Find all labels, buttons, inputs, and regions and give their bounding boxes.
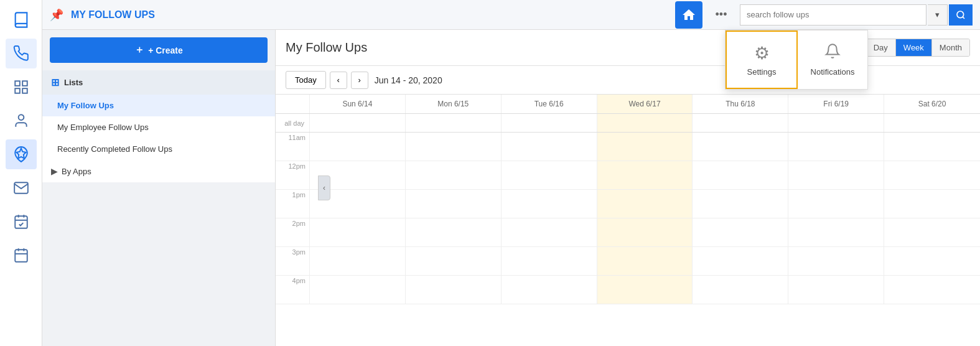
cell-2pm-tue[interactable] bbox=[502, 218, 597, 246]
week-view-button[interactable]: Week bbox=[896, 39, 932, 56]
cell-1pm-fri[interactable] bbox=[788, 190, 884, 218]
home-button[interactable] bbox=[675, 1, 702, 29]
cell-2pm-thu[interactable] bbox=[693, 218, 788, 246]
cell-3pm-wed[interactable] bbox=[597, 247, 693, 275]
cell-11am-thu[interactable] bbox=[693, 133, 788, 161]
cell-4pm-thu[interactable] bbox=[693, 276, 788, 304]
time-label-12pm: 12pm bbox=[276, 161, 310, 189]
cell-1pm-thu[interactable] bbox=[693, 190, 788, 218]
cell-3pm-fri[interactable] bbox=[788, 247, 884, 275]
cell-12pm-mon[interactable] bbox=[406, 161, 502, 189]
nav-person-icon[interactable] bbox=[6, 106, 37, 136]
cell-4pm-tue[interactable] bbox=[502, 276, 597, 304]
cell-2pm-sun[interactable] bbox=[310, 218, 406, 246]
nav-calendar-check-icon[interactable] bbox=[6, 207, 37, 236]
lists-section-header[interactable]: ⊞ Lists bbox=[42, 70, 275, 95]
cell-11am-fri[interactable] bbox=[788, 133, 884, 161]
cell-1pm-mon[interactable] bbox=[406, 190, 502, 218]
sidebar-lists-section: ⊞ Lists My Follow Ups My Employee Follow… bbox=[42, 70, 275, 182]
cell-11am-mon[interactable] bbox=[406, 133, 502, 161]
cell-11am-wed[interactable] bbox=[597, 133, 693, 161]
month-view-button[interactable]: Month bbox=[932, 39, 969, 56]
more-options-button[interactable]: ••• bbox=[710, 4, 732, 26]
sidebar: ＋ + Create ⊞ Lists My Follow Ups My Empl… bbox=[42, 30, 276, 346]
time-row-11am: 11am bbox=[276, 133, 980, 161]
calendar-area: My Follow Ups bbox=[276, 30, 980, 346]
cell-11am-sun[interactable] bbox=[310, 133, 406, 161]
cell-12pm-thu[interactable] bbox=[693, 161, 788, 189]
all-day-fri[interactable] bbox=[788, 114, 884, 132]
time-gutter-header bbox=[276, 95, 310, 113]
header-sat: Sat 6/20 bbox=[884, 95, 980, 113]
collapse-sidebar-button[interactable]: ‹ bbox=[318, 175, 330, 200]
all-day-label: all day bbox=[276, 114, 310, 132]
cell-3pm-thu[interactable] bbox=[693, 247, 788, 275]
sidebar-item-recently-completed[interactable]: Recently Completed Follow Ups bbox=[42, 138, 275, 160]
nav-mail-icon[interactable] bbox=[6, 173, 37, 203]
cell-3pm-sun[interactable] bbox=[310, 247, 406, 275]
cell-4pm-wed[interactable] bbox=[597, 276, 693, 304]
by-apps-label: By Apps bbox=[62, 167, 91, 176]
cell-4pm-sun[interactable] bbox=[310, 276, 406, 304]
cell-1pm-sat[interactable] bbox=[884, 190, 980, 218]
cell-4pm-sat[interactable] bbox=[884, 276, 980, 304]
cell-1pm-tue[interactable] bbox=[502, 190, 597, 218]
all-day-sat[interactable] bbox=[884, 114, 980, 132]
cell-2pm-wed[interactable] bbox=[597, 218, 693, 246]
all-day-thu[interactable] bbox=[693, 114, 788, 132]
cell-4pm-fri[interactable] bbox=[788, 276, 884, 304]
day-view-button[interactable]: Day bbox=[866, 39, 896, 56]
sidebar-item-by-apps[interactable]: ▶ By Apps bbox=[42, 160, 275, 182]
header-thu: Thu 6/18 bbox=[693, 95, 788, 113]
cell-4pm-mon[interactable] bbox=[406, 276, 502, 304]
lists-label: Lists bbox=[64, 78, 83, 87]
cell-12pm-tue[interactable] bbox=[502, 161, 597, 189]
search-input[interactable] bbox=[740, 4, 926, 26]
next-button[interactable]: › bbox=[351, 72, 368, 89]
svg-point-13 bbox=[957, 11, 964, 18]
svg-rect-5 bbox=[15, 216, 27, 228]
prev-button[interactable]: ‹ bbox=[330, 72, 347, 89]
nav-book-icon[interactable] bbox=[6, 5, 37, 35]
search-dropdown-button[interactable]: ▾ bbox=[928, 4, 948, 26]
header-wed: Wed 6/17 bbox=[597, 95, 693, 113]
calendar-grid: Sun 6/14 Mon 6/15 Tue 6/16 Wed 6/17 Thu … bbox=[276, 95, 980, 346]
nav-date-icon[interactable] bbox=[6, 240, 37, 270]
search-container: ▾ bbox=[740, 4, 973, 26]
cell-11am-tue[interactable] bbox=[502, 133, 597, 161]
today-button[interactable]: Today bbox=[286, 71, 326, 89]
create-button[interactable]: ＋ + Create bbox=[50, 37, 268, 63]
my-follow-ups-label: My Follow Ups bbox=[57, 101, 114, 110]
nav-list-icon[interactable] bbox=[6, 72, 37, 102]
main-area: 📌 MY FOLLOW UPS ••• ▾ bbox=[42, 0, 980, 346]
cell-1pm-wed[interactable] bbox=[597, 190, 693, 218]
search-go-button[interactable] bbox=[949, 4, 973, 26]
cell-3pm-mon[interactable] bbox=[406, 247, 502, 275]
cell-2pm-mon[interactable] bbox=[406, 218, 502, 246]
time-row-3pm: 3pm bbox=[276, 247, 980, 276]
time-label-4pm: 4pm bbox=[276, 276, 310, 304]
time-row-2pm: 2pm bbox=[276, 218, 980, 247]
nav-phone-icon[interactable] bbox=[6, 39, 37, 68]
all-day-wed[interactable] bbox=[597, 114, 693, 132]
all-day-mon[interactable] bbox=[406, 114, 502, 132]
cell-11am-sat[interactable] bbox=[884, 133, 980, 161]
cell-3pm-sat[interactable] bbox=[884, 247, 980, 275]
notifications-dropdown-item[interactable]: Notifications bbox=[798, 30, 867, 89]
cell-12pm-sat[interactable] bbox=[884, 161, 980, 189]
sidebar-item-my-follow-ups[interactable]: My Follow Ups bbox=[42, 95, 275, 116]
cell-12pm-wed[interactable] bbox=[597, 161, 693, 189]
cell-2pm-sat[interactable] bbox=[884, 218, 980, 246]
settings-dropdown-item[interactable]: ⚙ Settings bbox=[726, 30, 798, 89]
all-day-sun[interactable] bbox=[310, 114, 406, 132]
time-label-3pm: 3pm bbox=[276, 247, 310, 275]
cell-3pm-tue[interactable] bbox=[502, 247, 597, 275]
nav-pin-icon[interactable] bbox=[6, 139, 37, 169]
dropdown-popup: ⚙ Settings Notifications bbox=[725, 30, 868, 90]
cell-2pm-fri[interactable] bbox=[788, 218, 884, 246]
svg-rect-1 bbox=[22, 81, 27, 86]
grid-icon: ⊞ bbox=[51, 77, 59, 88]
sidebar-item-my-employee-follow-ups[interactable]: My Employee Follow Ups bbox=[42, 116, 275, 138]
cell-12pm-fri[interactable] bbox=[788, 161, 884, 189]
all-day-tue[interactable] bbox=[502, 114, 597, 132]
